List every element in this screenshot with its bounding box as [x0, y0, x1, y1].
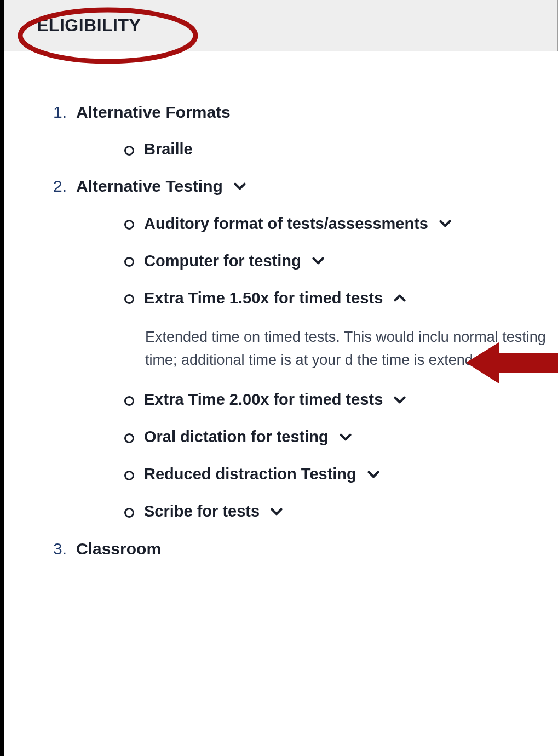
- item-label: Auditory format of tests/assessments: [144, 215, 428, 233]
- bullet-icon: [124, 294, 134, 304]
- bullet-icon: [124, 257, 134, 267]
- chevron-down-icon[interactable]: [364, 465, 383, 484]
- chevron-down-icon[interactable]: [231, 177, 249, 196]
- chevron-down-icon[interactable]: [336, 428, 355, 446]
- bullet-icon: [124, 508, 134, 518]
- chevron-down-icon[interactable]: [436, 214, 455, 233]
- bullet-icon: [124, 220, 134, 230]
- annotation-arrow-icon: [466, 340, 558, 386]
- page: ELIGIBILITY 1. Alternative Formats Brail…: [0, 0, 558, 756]
- item-oral-dictation[interactable]: Oral dictation for testing: [124, 428, 558, 446]
- item-label: Extra Time 1.50x for timed tests: [144, 289, 383, 307]
- item-label: Computer for testing: [144, 252, 301, 270]
- chevron-up-icon[interactable]: [390, 289, 409, 307]
- item-auditory-format[interactable]: Auditory format of tests/assessments: [124, 214, 558, 233]
- svg-point-0: [20, 10, 195, 61]
- section-1-items: Braille: [124, 140, 558, 158]
- item-reduced-distraction[interactable]: Reduced distraction Testing: [124, 465, 558, 484]
- item-extra-time-2x[interactable]: Extra Time 2.00x for timed tests: [124, 391, 558, 409]
- section-label: Classroom: [76, 540, 161, 558]
- item-label: Scribe for tests: [144, 502, 260, 520]
- section-2-items-cont: Extra Time 2.00x for timed tests Oral di…: [124, 391, 558, 521]
- ordinal: 1.: [53, 103, 73, 122]
- bullet-icon: [124, 146, 134, 156]
- item-label: Oral dictation for testing: [144, 428, 329, 446]
- item-computer-testing[interactable]: Computer for testing: [124, 251, 558, 270]
- item-braille: Braille: [124, 140, 558, 158]
- bullet-icon: [124, 396, 134, 406]
- chevron-down-icon[interactable]: [390, 391, 409, 409]
- item-label: Braille: [144, 140, 193, 158]
- content: 1. Alternative Formats Braille 2. Altern…: [4, 51, 558, 558]
- item-scribe[interactable]: Scribe for tests: [124, 502, 558, 521]
- svg-marker-1: [466, 342, 558, 383]
- section-label: Alternative Testing: [76, 177, 223, 196]
- ordinal: 2.: [53, 177, 73, 196]
- section-label: Alternative Formats: [76, 103, 231, 122]
- item-extra-time-1-5x[interactable]: Extra Time 1.50x for timed tests: [124, 289, 558, 307]
- chevron-down-icon[interactable]: [267, 502, 286, 521]
- ordinal: 3.: [53, 540, 73, 558]
- bullet-icon: [124, 433, 134, 443]
- item-label: Extra Time 2.00x for timed tests: [144, 391, 383, 409]
- section-alternative-formats: 1. Alternative Formats: [53, 103, 558, 122]
- item-label: Reduced distraction Testing: [144, 465, 356, 483]
- section-classroom: 3. Classroom: [53, 540, 558, 558]
- section-2-items: Auditory format of tests/assessments Com…: [124, 214, 558, 307]
- bullet-icon: [124, 471, 134, 480]
- section-alternative-testing[interactable]: 2. Alternative Testing: [53, 177, 558, 196]
- annotation-ellipse: [15, 5, 201, 66]
- chevron-down-icon[interactable]: [309, 251, 327, 270]
